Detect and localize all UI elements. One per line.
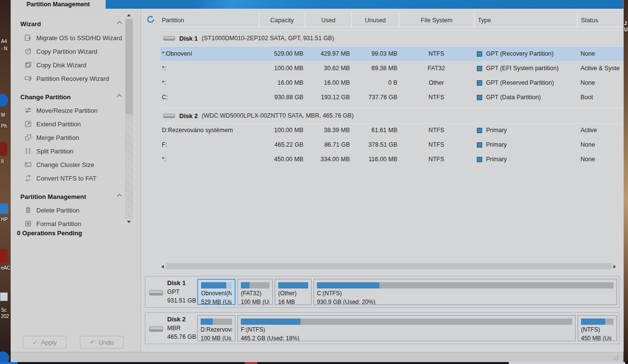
partition-block[interactable]: (FAT32) 100 MB (Us [237, 279, 273, 305]
usage-bar-fill [201, 282, 226, 288]
apply-button[interactable]: ✓ Apply [23, 336, 66, 349]
table-row[interactable]: *: 100.00 MB 30.62 MB 69.38 MB FAT32 GPT… [160, 61, 624, 76]
table-row[interactable]: C: 930.88 GB 193.12 GB 737.76 GB NTFS GP… [160, 90, 624, 105]
cell-capacity: 930.88 GB [259, 94, 305, 101]
sidebar-item-format-partition[interactable]: Format Partition [24, 217, 124, 230]
block-size: 450 MB (Us [581, 334, 613, 341]
sidebar-section-wizard[interactable]: Wizard [20, 19, 121, 28]
disk-group-header[interactable]: Disk 1 (ST1000DM010-2EP102 SATA, GPT, 93… [160, 30, 624, 46]
cell-used: 429.97 MB [305, 50, 351, 57]
scroll-right-button[interactable] [612, 263, 617, 270]
chevron-up-icon [117, 21, 122, 26]
cell-unused: 99.03 MB [351, 50, 399, 57]
disk-info: Disk 2 MBR 465.76 GB [167, 315, 196, 341]
table-row[interactable]: *: 450.00 MB 334.00 MB 116.00 MB NTFS Pr… [160, 152, 624, 167]
partition-block[interactable]: (Other) 16 MB [275, 279, 312, 305]
partition-blocks: Obnovení(N 529 MB (Us (FAT32) 100 MB (Us… [197, 279, 617, 305]
sidebar-item-delete-partition[interactable]: Delete Partition [24, 203, 124, 217]
tab-partition-management[interactable]: Partition Management [11, 0, 106, 9]
desktop-icon-label: M [1, 112, 5, 118]
cell-capacity: 100.00 MB [259, 65, 305, 72]
sidebar-scrollbar[interactable] [125, 12, 133, 225]
scrollbar-thumb[interactable] [126, 19, 133, 114]
usage-bar [241, 318, 572, 325]
disk1-map-panel: Disk 1 GPT 931.51 GB Obnovení(N 529 MB (… [145, 276, 619, 308]
section-title: Wizard [20, 20, 41, 28]
table-row[interactable]: D:Rezervováno systémem 100.00 MB 38.39 M… [160, 123, 624, 137]
refresh-icon[interactable] [146, 15, 155, 24]
block-label: (FAT32) [241, 289, 269, 297]
sidebar-section-partition-management[interactable]: Partition Management [20, 192, 121, 201]
partition-block[interactable]: (NTFS) 450 MB (Us [578, 315, 617, 341]
column-header-capacity[interactable]: Capacity [259, 14, 305, 27]
sidebar-item-convert-ntfs[interactable]: Convert NTFS to FAT [24, 171, 124, 185]
partition-type-icon [477, 51, 482, 57]
cell-partition: *: [160, 65, 259, 72]
scroll-up-button[interactable] [125, 12, 133, 18]
undo-button[interactable]: ↶ Undo [80, 336, 124, 349]
cell-status: None [577, 79, 624, 86]
partition-type-icon [477, 66, 482, 71]
main-panel: Partition Capacity Used Unused File Syst… [141, 9, 624, 352]
sidebar-item-copy-partition[interactable]: Copy Partition Wizard [24, 45, 124, 58]
cell-unused: 61.61 MB [351, 127, 399, 134]
column-header-status[interactable]: Status [577, 14, 624, 27]
column-header-unused[interactable]: Unused [351, 14, 399, 27]
taskbar-fragment [245, 362, 257, 364]
desktop-icon-label: U [624, 27, 628, 32]
block-label: C:(NTFS) [317, 289, 613, 297]
resize-grip[interactable] [612, 354, 619, 360]
scrollbar-track[interactable] [165, 263, 612, 270]
apply-button-label: Apply [41, 339, 57, 346]
cell-filesystem: NTFS [399, 127, 474, 134]
column-header-used[interactable]: Used [305, 14, 351, 27]
sidebar-item-label: Format Partition [36, 220, 81, 228]
block-size: 529 MB (Us [201, 298, 232, 305]
desktop-background-right: J U [624, 0, 628, 364]
sidebar-item-split[interactable]: Split Partition [24, 144, 124, 158]
usage-bar-fill [241, 318, 300, 325]
cell-partition: C: [160, 94, 259, 101]
table-row[interactable]: F: 465.22 GB 86.71 GB 378.51 GB NTFS Pri… [160, 137, 624, 152]
cell-type: Primary [474, 156, 577, 163]
cell-type: Primary [474, 141, 577, 148]
scroll-left-button[interactable] [160, 263, 165, 270]
scroll-down-button[interactable] [125, 219, 133, 225]
cell-type: GPT (Data Partition) [474, 94, 577, 101]
disk-group-header[interactable]: Disk 2 (WDC WD5000LPLX-00ZNTT0 SATA, MBR… [160, 107, 624, 124]
disk-name: Disk 1 [179, 35, 198, 42]
table-row[interactable]: *: 16.00 MB 16.00 MB 0 B Other GPT (Rese… [160, 76, 624, 90]
sidebar-item-migrate-os[interactable]: Migrate OS to SSD/HD Wizard [24, 31, 124, 45]
sidebar-item-cluster-size[interactable]: Change Cluster Size [24, 158, 124, 171]
sidebar-item-copy-disk[interactable]: Copy Disk Wizard [24, 58, 124, 72]
partition-block[interactable]: D:Rezervová 100 MB (Us [197, 315, 236, 341]
sidebar-item-partition-recovery[interactable]: Partition Recovery Wizard [24, 72, 124, 85]
sidebar-item-merge[interactable]: Merge Partition [24, 131, 124, 144]
column-header-type[interactable]: Type [474, 14, 577, 27]
partition-block[interactable]: F:(NTFS) 465.2 GB (Used: 18%) [237, 315, 576, 341]
cell-used: 38.39 MB [305, 127, 351, 134]
partition-block[interactable]: C:(NTFS) 930.9 GB (Used: 20%) [314, 279, 617, 305]
sidebar-item-move-resize[interactable]: Move/Resize Partition [24, 104, 124, 117]
partition-block[interactable]: Obnovení(N 529 MB (Us [197, 279, 236, 305]
cell-status: Boot [577, 94, 624, 101]
horizontal-scrollbar[interactable] [160, 263, 617, 270]
taskbar-fragment [509, 362, 625, 364]
sidebar-item-extend[interactable]: Extend Partition [24, 117, 124, 131]
column-header-filesystem[interactable]: File System [399, 14, 474, 27]
cell-unused: 69.38 MB [351, 65, 399, 72]
column-header-partition[interactable]: Partition [160, 14, 259, 27]
desktop-icon-label: 202 [1, 314, 9, 319]
usage-bar [278, 282, 308, 288]
table-row[interactable]: *:Obnovení 529.00 MB 429.97 MB 99.03 MB … [160, 46, 624, 61]
partition-type-icon [477, 157, 482, 162]
scrollbar-thumb[interactable] [166, 263, 611, 269]
cell-used: 334.00 MB [305, 156, 351, 163]
arrow-down-icon [127, 221, 131, 223]
sidebar-section-change-partition[interactable]: Change Partition [20, 92, 121, 101]
cell-used: 30.62 MB [305, 65, 351, 72]
desktop-icon-fragment [0, 94, 8, 106]
hdd-icon [163, 113, 175, 119]
section-title: Partition Management [20, 193, 86, 200]
block-label: Obnovení(N [201, 289, 232, 297]
